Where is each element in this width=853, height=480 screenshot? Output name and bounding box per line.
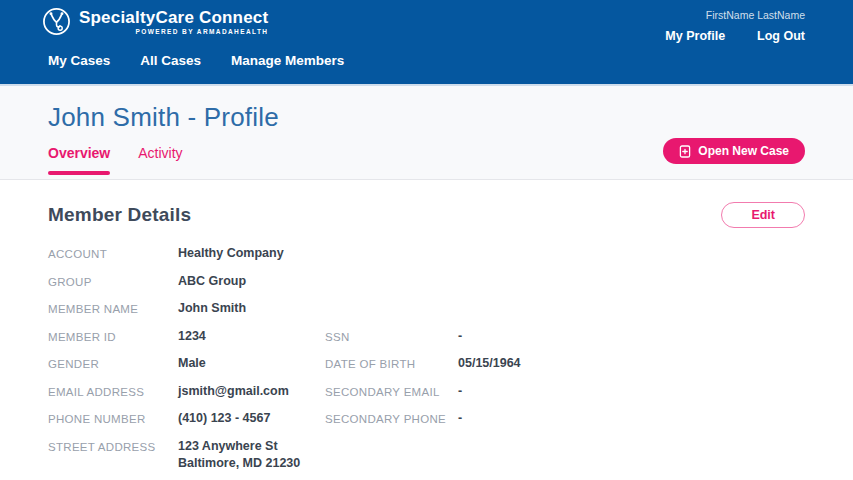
user-block: FirstName LastName My Profile Log Out xyxy=(665,7,805,43)
tab-overview-label: Overview xyxy=(48,145,110,161)
field-row-phone: PHONE NUMBER (410) 123 - 4567 SECONDARY … xyxy=(48,410,805,438)
field-value: - xyxy=(458,383,805,400)
field-label xyxy=(325,300,458,301)
field-value: jsmith@gmail.com xyxy=(178,383,325,400)
field-value: - xyxy=(458,328,805,345)
field-row-member-id-ssn: MEMBER ID 1234 SSN - xyxy=(48,328,805,356)
field-value: Healthy Company xyxy=(178,245,325,262)
main-nav: My Cases All Cases Manage Members xyxy=(0,47,853,68)
field-label xyxy=(325,273,458,274)
field-label xyxy=(325,245,458,246)
field-value: John Smith xyxy=(178,300,325,317)
field-row-member-name: MEMBER NAME John Smith xyxy=(48,300,805,328)
brand-tagline: POWERED BY ARMADAHEALTH xyxy=(136,28,269,35)
member-details-heading: Member Details xyxy=(48,204,191,226)
nav-item-all-cases[interactable]: All Cases xyxy=(140,53,201,68)
field-row-group: GROUP ABC Group xyxy=(48,273,805,301)
field-row-street-address: STREET ADDRESS 123 Anywhere St Baltimore… xyxy=(48,438,805,472)
tab-activity[interactable]: Activity xyxy=(138,145,182,175)
field-label: ACCOUNT xyxy=(48,245,178,262)
brand-name: SpecialtyCare Connect xyxy=(79,8,268,27)
field-row-gender-dob: GENDER Male DATE OF BIRTH 05/15/1964 xyxy=(48,355,805,383)
member-details-section: Member Details Edit ACCOUNT Healthy Comp… xyxy=(0,180,853,472)
field-label: PHONE NUMBER xyxy=(48,410,178,427)
tab-overview[interactable]: Overview xyxy=(48,145,110,175)
field-value: ABC Group xyxy=(178,273,325,290)
field-label: GENDER xyxy=(48,355,178,372)
field-label: GROUP xyxy=(48,273,178,290)
field-label: SECONDARY EMAIL xyxy=(325,383,458,400)
field-value: (410) 123 - 4567 xyxy=(178,410,325,427)
field-value: 05/15/1964 xyxy=(458,355,805,372)
field-label: MEMBER ID xyxy=(48,328,178,345)
my-profile-link[interactable]: My Profile xyxy=(665,29,725,43)
brand-logo[interactable]: SpecialtyCare Connect POWERED BY ARMADAH… xyxy=(42,7,268,36)
user-name: FirstName LastName xyxy=(665,9,805,21)
field-value: Male xyxy=(178,355,325,372)
stethoscope-circle-icon xyxy=(42,7,71,36)
field-label: MEMBER NAME xyxy=(48,300,178,317)
field-row-email: EMAIL ADDRESS jsmith@gmail.com SECONDARY… xyxy=(48,383,805,411)
open-new-case-button[interactable]: Open New Case xyxy=(663,138,805,164)
tab-activity-label: Activity xyxy=(138,145,182,161)
field-label: SSN xyxy=(325,328,458,345)
field-label: STREET ADDRESS xyxy=(48,438,178,455)
field-value: - xyxy=(458,410,805,427)
app-header: SpecialtyCare Connect POWERED BY ARMADAH… xyxy=(0,0,853,84)
field-label: EMAIL ADDRESS xyxy=(48,383,178,400)
profile-hero: John Smith - Profile Overview Activity O… xyxy=(0,84,853,180)
field-label xyxy=(325,438,458,439)
document-plus-icon xyxy=(679,145,691,158)
log-out-link[interactable]: Log Out xyxy=(757,29,805,43)
edit-button[interactable]: Edit xyxy=(721,202,805,228)
field-row-account: ACCOUNT Healthy Company xyxy=(48,245,805,273)
member-fields: ACCOUNT Healthy Company GROUP ABC Group … xyxy=(48,245,805,472)
open-new-case-label: Open New Case xyxy=(698,144,789,158)
page-title: John Smith - Profile xyxy=(48,102,805,132)
field-value: 123 Anywhere St Baltimore, MD 21230 xyxy=(178,438,325,472)
nav-item-manage-members[interactable]: Manage Members xyxy=(231,53,344,68)
field-value: 1234 xyxy=(178,328,325,345)
active-tab-underline xyxy=(48,171,110,175)
field-label: SECONDARY PHONE xyxy=(325,410,458,427)
field-label: DATE OF BIRTH xyxy=(325,355,458,372)
nav-item-my-cases[interactable]: My Cases xyxy=(48,53,110,68)
